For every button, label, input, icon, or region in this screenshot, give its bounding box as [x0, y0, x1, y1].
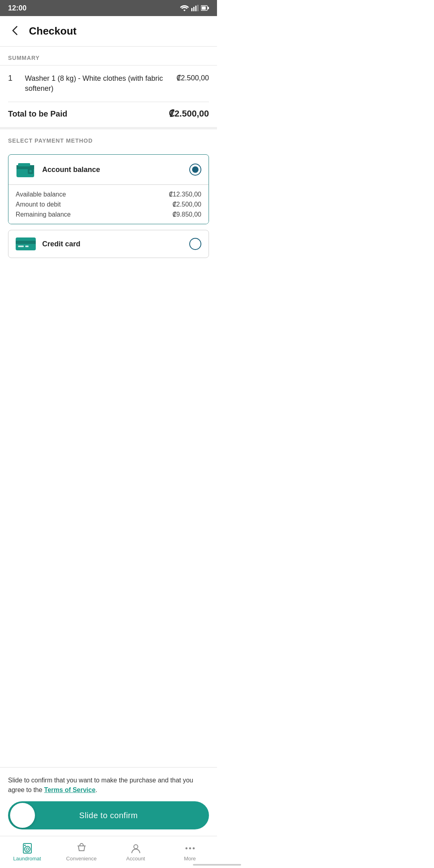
credit-card-radio[interactable] — [189, 238, 201, 250]
payment-method-account-balance[interactable]: Account balance Available balance ₡12.35… — [8, 154, 209, 224]
order-item-left: 1 Washer 1 (8 kg) - White clothes (with … — [8, 74, 172, 94]
account-balance-radio[interactable] — [189, 164, 201, 176]
balance-details: Available balance ₡12.350,00 Amount to d… — [8, 184, 209, 224]
back-button[interactable] — [8, 23, 23, 39]
available-balance-label: Available balance — [16, 191, 66, 198]
total-price: ₡2.500,00 — [169, 108, 209, 119]
payment-section-label: SELECT PAYMENT METHOD — [0, 129, 217, 148]
payment-options: Account balance Available balance ₡12.35… — [8, 148, 209, 270]
account-balance-title: Account balance — [42, 166, 100, 174]
svg-rect-2 — [195, 6, 197, 11]
svg-rect-9 — [18, 163, 30, 166]
svg-rect-3 — [197, 5, 199, 11]
header: Checkout — [0, 16, 217, 47]
total-row: Total to be Paid ₡2.500,00 — [8, 102, 209, 127]
debit-value: ₡2.500,00 — [172, 201, 201, 208]
debit-amount-row: Amount to debit ₡2.500,00 — [16, 201, 201, 208]
svg-rect-13 — [16, 241, 36, 244]
available-balance-value: ₡12.350,00 — [169, 190, 201, 198]
remaining-balance-row: Remaining balance ₡9.850,00 — [16, 211, 201, 218]
svg-rect-15 — [25, 246, 29, 247]
remaining-value: ₡9.850,00 — [172, 211, 201, 218]
radio-inner-selected — [192, 166, 199, 173]
svg-rect-6 — [208, 7, 209, 9]
status-bar: 12:00 — [0, 0, 217, 16]
wifi-icon — [180, 5, 189, 11]
main-content: SUMMARY 1 Washer 1 (8 kg) - White clothe… — [0, 47, 217, 127]
order-item: 1 Washer 1 (8 kg) - White clothes (with … — [8, 66, 209, 102]
status-icons — [180, 5, 209, 11]
status-time: 12:00 — [8, 4, 27, 12]
payment-card-header-credit: Credit card — [8, 230, 209, 258]
signal-icon — [191, 5, 199, 11]
summary-section-label: SUMMARY — [0, 47, 217, 65]
payment-section: SELECT PAYMENT METHOD Account balance — [0, 129, 217, 270]
payment-method-credit-card[interactable]: Credit card — [8, 230, 209, 258]
payment-card-left-account: Account balance — [16, 161, 100, 178]
item-description: Washer 1 (8 kg) - White clothes (with fa… — [25, 74, 172, 94]
back-arrow-icon — [10, 25, 21, 36]
credit-card-icon — [16, 237, 36, 251]
item-number: 1 — [8, 74, 18, 83]
svg-rect-0 — [191, 8, 192, 11]
available-balance-row: Available balance ₡12.350,00 — [16, 190, 201, 198]
payment-card-header-account: Account balance — [8, 155, 209, 184]
remaining-label: Remaining balance — [16, 211, 71, 218]
page-title: Checkout — [29, 25, 76, 37]
total-label: Total to be Paid — [8, 109, 67, 119]
item-price: ₡2.500,00 — [176, 74, 209, 82]
svg-rect-14 — [18, 246, 24, 247]
wallet-icon — [16, 161, 36, 178]
svg-rect-1 — [193, 7, 194, 11]
debit-label: Amount to debit — [16, 201, 61, 208]
svg-rect-5 — [202, 6, 206, 10]
battery-icon — [201, 5, 209, 11]
svg-point-11 — [29, 170, 32, 172]
credit-card-title: Credit card — [42, 240, 80, 248]
payment-card-left-credit: Credit card — [16, 237, 80, 251]
